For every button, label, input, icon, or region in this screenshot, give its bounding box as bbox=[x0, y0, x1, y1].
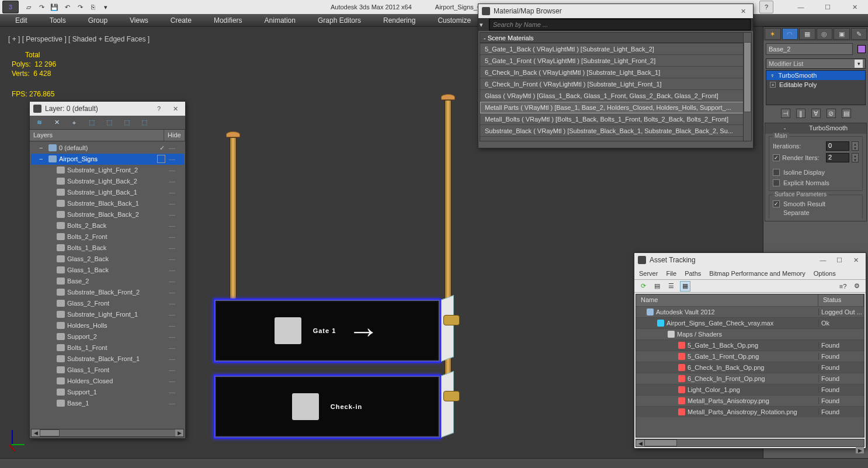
layer-row[interactable]: Base_2— bbox=[31, 276, 184, 287]
highlight-layer-icon[interactable]: ⬚ bbox=[105, 118, 114, 127]
modifier-stack[interactable]: ♀TurboSmooth +Editable Poly bbox=[766, 70, 866, 105]
close-button[interactable]: ✕ bbox=[841, 0, 868, 14]
layer-row[interactable]: Bolts_2_Back— bbox=[31, 220, 184, 231]
layer-row[interactable]: Substrate_Light_Back_2— bbox=[31, 176, 184, 187]
material-item[interactable]: 6_Check_In_Front ( VRayLightMtl ) [Subst… bbox=[480, 78, 751, 90]
layer-row[interactable]: Glass_1_Front— bbox=[31, 365, 184, 376]
layer-titlebar[interactable]: Layer: 0 (default) ? ✕ bbox=[30, 102, 185, 116]
asset-row[interactable]: Metall_Parts_Anisotropy.pngFound bbox=[636, 395, 864, 406]
asset-row[interactable]: 5_Gate_1_Front_Op.pngFound bbox=[636, 351, 864, 362]
qat-link-icon[interactable]: ⎘ bbox=[88, 2, 98, 12]
asset-tree-icon[interactable]: ☰ bbox=[666, 281, 676, 292]
mat-close-icon[interactable]: ✕ bbox=[737, 6, 749, 16]
material-item[interactable]: 5_Gate_1_Back ( VRayLightMtl ) [Substrat… bbox=[480, 43, 751, 55]
hide-layer-icon[interactable]: ⬚ bbox=[122, 118, 131, 127]
qat-new-icon[interactable]: ▱ bbox=[23, 2, 34, 12]
asset-grid[interactable]: Name Status Autodesk Vault 2012Logged Ou… bbox=[636, 294, 864, 438]
col-layers[interactable]: Layers bbox=[30, 130, 164, 141]
minimize-button[interactable]: — bbox=[787, 0, 814, 14]
asset-row[interactable]: Light_Color_1.pngFound bbox=[636, 384, 864, 395]
scroll-left-icon[interactable]: ◀ bbox=[32, 429, 40, 436]
stack-item-turbo[interactable]: ♀TurboSmooth bbox=[766, 71, 865, 80]
tab-hierarchy-icon[interactable]: ▦ bbox=[799, 28, 815, 40]
asset-row[interactable]: 6_Check_In_Back_Op.pngFound bbox=[636, 362, 864, 373]
mat-search-input[interactable]: Search by Name ... bbox=[489, 19, 751, 30]
asset-max-icon[interactable]: ☐ bbox=[833, 255, 846, 265]
freeze-layer-icon[interactable]: ⬚ bbox=[140, 118, 149, 127]
material-item[interactable]: 5_Gate_1_Front ( VRayLightMtl ) [Substra… bbox=[480, 55, 751, 67]
asset-status-icon[interactable]: ▤ bbox=[652, 281, 662, 292]
layer-row[interactable]: Holders_Closed— bbox=[31, 376, 184, 387]
asset-refresh-icon[interactable]: ⟳ bbox=[638, 281, 648, 292]
layer-row[interactable]: Support_2— bbox=[31, 331, 184, 342]
asset-row[interactable]: 6_Check_In_Front_Op.pngFound bbox=[636, 373, 864, 384]
qat-more-icon[interactable]: ▾ bbox=[100, 2, 111, 12]
isoline-check[interactable] bbox=[773, 169, 780, 176]
layer-manager-window[interactable]: Layer: 0 (default) ? ✕ ≋ ✕ + ⬚ ⬚ ⬚ ⬚ Lay… bbox=[29, 101, 186, 439]
modifier-list-dropdown[interactable]: Modifier List▾ bbox=[766, 58, 866, 69]
iterations-input[interactable]: 0 bbox=[826, 141, 849, 151]
layer-row[interactable]: Substrate_Black_Front_1— bbox=[31, 353, 184, 365]
menu-animation[interactable]: Animation bbox=[261, 15, 299, 26]
render-iters-input[interactable]: 2 bbox=[826, 153, 849, 162]
maximize-button[interactable]: ☐ bbox=[814, 0, 841, 14]
layer-row[interactable]: −Airport_Signs— bbox=[31, 154, 184, 165]
asset-row[interactable]: Maps / Shaders bbox=[636, 328, 864, 339]
layer-row[interactable]: Substrate_Black_Back_2— bbox=[31, 209, 184, 220]
layer-row[interactable]: Holders_Holls— bbox=[31, 320, 184, 331]
help-button[interactable]: ? bbox=[759, 1, 773, 13]
iterations-spinner[interactable]: ▲▼ bbox=[852, 141, 859, 151]
layer-row[interactable]: Glass_1_Back— bbox=[31, 265, 184, 276]
layer-row[interactable]: Support_1— bbox=[31, 387, 184, 398]
qat-redo-icon[interactable]: ↷ bbox=[75, 2, 85, 12]
mat-scrollbar-v[interactable] bbox=[743, 33, 751, 141]
asset-menu-file[interactable]: File bbox=[666, 270, 676, 277]
layer-row[interactable]: Glass_2_Front— bbox=[31, 298, 184, 309]
tab-motion-icon[interactable]: ◎ bbox=[817, 28, 833, 40]
mat-options-icon[interactable]: ▾ bbox=[480, 21, 488, 29]
smooth-result-check[interactable]: ✓ bbox=[773, 200, 780, 207]
menu-views[interactable]: Views bbox=[126, 15, 152, 26]
menu-create[interactable]: Create bbox=[167, 15, 195, 26]
stack-item-editpoly[interactable]: +Editable Poly bbox=[766, 80, 865, 89]
layer-row[interactable]: Bolts_2_Front— bbox=[31, 231, 184, 242]
material-item[interactable]: Metall Parts ( VRayMtl ) [Base_1, Base_2… bbox=[480, 102, 751, 113]
select-layer-icon[interactable]: ⬚ bbox=[87, 118, 96, 127]
app-orb-icon[interactable]: 3 bbox=[2, 1, 19, 13]
tab-modify-icon[interactable]: ◠ bbox=[782, 28, 798, 40]
mat-list[interactable]: - Scene Materials 5_Gate_1_Back ( VRayLi… bbox=[480, 32, 752, 141]
asset-menu-bitmap[interactable]: Bitmap Performance and Memory bbox=[709, 270, 805, 277]
layer-row[interactable]: Bolts_1_Front— bbox=[31, 342, 184, 353]
layer-row[interactable]: Substrate_Light_Front_1— bbox=[31, 309, 184, 320]
layer-row[interactable]: Substrate_Light_Back_1— bbox=[31, 187, 184, 198]
explicit-check[interactable] bbox=[773, 179, 780, 186]
remove-mod-icon[interactable]: ⊘ bbox=[827, 109, 836, 118]
asset-menu-options[interactable]: Options bbox=[814, 270, 836, 277]
delete-layer-icon[interactable]: ✕ bbox=[52, 118, 61, 127]
qat-save-icon[interactable]: 💾 bbox=[49, 2, 60, 12]
material-item[interactable]: Glass ( VRayMtl ) [Glass_1_Back, Glass_1… bbox=[480, 90, 751, 102]
material-browser-window[interactable]: Material/Map Browser ✕ ▾ Search by Name … bbox=[478, 4, 754, 148]
layer-row[interactable]: −0 (default)✓— bbox=[31, 143, 184, 154]
asset-menu-server[interactable]: Server bbox=[639, 270, 658, 277]
new-layer-icon[interactable]: ≋ bbox=[34, 118, 44, 127]
configure-icon[interactable]: ▤ bbox=[842, 109, 851, 118]
asset-col-status[interactable]: Status bbox=[818, 294, 864, 306]
tab-display-icon[interactable]: ▣ bbox=[834, 28, 850, 40]
render-iters-spinner[interactable]: ▲▼ bbox=[852, 153, 859, 162]
layer-row[interactable]: Substrate_Light_Front_2— bbox=[31, 165, 184, 176]
menu-modifiers[interactable]: Modifiers bbox=[210, 15, 246, 26]
show-end-icon[interactable]: ‖ bbox=[796, 109, 805, 118]
asset-table-icon[interactable]: ▦ bbox=[680, 281, 690, 292]
layer-row[interactable]: Substrate_Black_Front_2— bbox=[31, 287, 184, 298]
layer-row[interactable]: Bolts_1_Back— bbox=[31, 242, 184, 254]
menu-rendering[interactable]: Rendering bbox=[380, 15, 419, 26]
mat-titlebar[interactable]: Material/Map Browser ✕ bbox=[478, 4, 753, 18]
material-item[interactable]: 6_Check_In_Back ( VRayLightMtl ) [Substr… bbox=[480, 67, 751, 78]
layer-help-icon[interactable]: ? bbox=[152, 103, 165, 114]
render-iters-check[interactable]: ✓ bbox=[773, 154, 780, 161]
material-item[interactable]: Substrate_Black ( VRayMtl ) [Substrate_B… bbox=[480, 125, 751, 137]
asset-tracking-window[interactable]: Asset Tracking — ☐ ✕ Server File Paths B… bbox=[634, 252, 866, 449]
asset-row[interactable]: Metall_Parts_Anisotropy_Rotation.pngFoun… bbox=[636, 406, 864, 417]
layer-scrollbar-h[interactable]: ◀ ▶ bbox=[31, 429, 184, 437]
